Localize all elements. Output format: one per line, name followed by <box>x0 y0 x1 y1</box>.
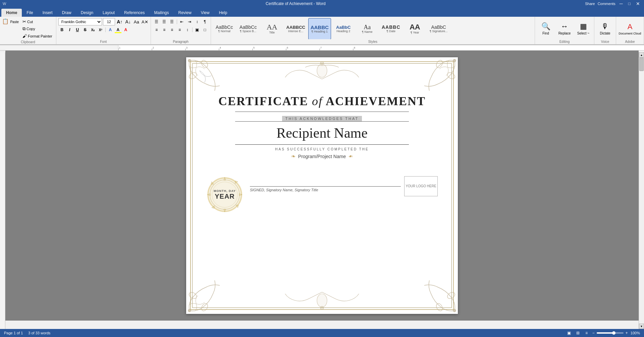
scroll-thumb[interactable] <box>639 58 644 71</box>
adobe-icon: A <box>628 22 633 31</box>
paste-button[interactable]: 📋 Paste <box>2 18 19 40</box>
zoom-slider[interactable] <box>597 332 624 334</box>
numbering-button[interactable]: ☰ <box>161 18 168 25</box>
tab-home[interactable]: Home <box>1 9 22 17</box>
copy-button[interactable]: ⧉ Copy <box>21 25 54 32</box>
shading-button[interactable]: ▣ <box>194 26 201 33</box>
decrease-indent-button[interactable]: ⇤ <box>178 18 185 25</box>
tab-help[interactable]: Help <box>214 9 232 17</box>
show-marks-button[interactable]: ¶ <box>201 18 209 25</box>
font-color-button[interactable]: A <box>122 26 129 33</box>
cut-button[interactable]: ✂ Cut <box>21 18 54 25</box>
minimize-button[interactable]: ─ <box>618 1 624 6</box>
word-count: 3 of 33 words <box>28 331 50 335</box>
style-heading2[interactable]: AaBbC Heading 2 <box>332 18 355 39</box>
vertical-scrollbar[interactable]: ▲ ▼ <box>639 52 644 329</box>
clear-formatting-button[interactable]: A✕ <box>141 18 149 25</box>
font-family-select[interactable]: Franklin Gothic <box>58 18 102 25</box>
shrink-font-button[interactable]: A↓ <box>124 18 132 25</box>
tab-insert[interactable]: Insert <box>38 9 57 17</box>
scroll-track <box>639 58 644 324</box>
style-name[interactable]: Aa ¶ Name <box>356 18 379 39</box>
style-date-preview: AABBC <box>382 25 400 29</box>
multilevel-button[interactable]: ☰ <box>168 18 176 25</box>
sort-button[interactable]: ↕ <box>194 18 201 25</box>
tab-references[interactable]: References <box>119 9 149 17</box>
style-date[interactable]: AABBC ¶ Date <box>380 18 402 39</box>
cert-bottom: MONTH, DAY YEAR SIGNED, Signatory Name, … <box>206 176 438 213</box>
para-row-1: ☰ ☰ ☰ ⇤ ⇥ ↕ ¶ <box>153 18 209 25</box>
tab-file[interactable]: File <box>22 9 38 17</box>
replace-label: Replace <box>558 31 571 35</box>
zoom-out-icon[interactable]: − <box>592 331 595 335</box>
font-size-input[interactable] <box>103 18 115 25</box>
maximize-button[interactable]: □ <box>627 1 632 6</box>
select-button[interactable]: ▦ Select ~ <box>575 19 592 38</box>
comments-button[interactable]: Comments <box>598 2 615 6</box>
style-intense-emphasis[interactable]: AABBCC Intense E... <box>284 18 307 39</box>
format-painter-button[interactable]: 🖌 Format Painter <box>21 32 54 40</box>
superscript-button[interactable]: X² <box>97 26 104 33</box>
bullets-button[interactable]: ☰ <box>153 18 160 25</box>
style-title[interactable]: AA Title <box>261 18 283 39</box>
center-button[interactable]: ≡ <box>161 26 168 33</box>
highlight-button[interactable]: A <box>114 26 122 33</box>
line-spacing-button[interactable]: ↕ <box>184 26 191 33</box>
clipboard-group-label: Clipboard <box>2 40 54 44</box>
document-cloud-button[interactable]: A Document Cloud <box>618 19 642 39</box>
signatory-name: Signatory Name <box>266 188 292 192</box>
underline-button[interactable]: U <box>74 26 81 33</box>
strikethrough-button[interactable]: S <box>82 26 89 33</box>
grow-font-button[interactable]: A↑ <box>116 18 123 25</box>
scroll-up-button[interactable]: ▲ <box>639 52 644 58</box>
copy-icon: ⧉ <box>22 26 25 31</box>
zoom-in-icon[interactable]: + <box>626 331 628 335</box>
tab-view[interactable]: View <box>196 9 214 17</box>
style-heading1[interactable]: AABBC ¶ Heading 1 <box>308 18 331 39</box>
dictate-button[interactable]: 🎙 Dictate <box>596 19 614 39</box>
style-signature-line[interactable]: AaBbC ¶ Signature... <box>427 18 448 39</box>
select-icon: ▦ <box>580 22 587 31</box>
find-button[interactable]: 🔍 Find <box>537 19 554 38</box>
corner-bl-ornament <box>186 274 226 314</box>
app-icon: W <box>3 2 6 6</box>
editing-group: 🔍 Find ↔ Replace ▦ Select ~ Editing <box>535 17 594 44</box>
read-view-button[interactable]: ≡ <box>584 330 590 336</box>
zoom-slider-container[interactable]: − + <box>592 331 628 335</box>
web-layout-view-button[interactable]: ⊞ <box>575 330 581 336</box>
scroll-down-button[interactable]: ▼ <box>639 324 644 329</box>
font-row-2: B I U S X₂ X² A A A <box>58 26 129 33</box>
align-right-button[interactable]: ≡ <box>168 26 176 33</box>
increase-indent-button[interactable]: ⇥ <box>186 18 193 25</box>
svg-text:6: 6 <box>287 47 288 49</box>
borders-button[interactable]: □ <box>201 26 209 33</box>
align-left-button[interactable]: ≡ <box>153 26 160 33</box>
style-year[interactable]: AA ¶ Year <box>404 18 426 39</box>
voice-group-label: Voice <box>596 39 614 44</box>
bold-button[interactable]: B <box>58 26 66 33</box>
title-bar-controls: Share Comments ─ □ ✕ <box>585 1 641 6</box>
close-button[interactable]: ✕ <box>635 1 641 6</box>
text-effects-button[interactable]: A <box>107 26 114 33</box>
style-space-before[interactable]: AaBbCc ¶ Space B... <box>237 18 260 39</box>
replace-icon: ↔ <box>561 22 568 31</box>
tab-layout[interactable]: Layout <box>98 9 119 17</box>
zoom-thumb[interactable] <box>612 331 615 335</box>
cut-label: Cut <box>27 20 33 24</box>
subscript-button[interactable]: X₂ <box>89 26 97 33</box>
font-group-content: Franklin Gothic A↑ A↓ Aa A✕ B I U S X₂ X… <box>58 18 149 39</box>
change-case-button[interactable]: Aa <box>133 18 140 25</box>
tab-design[interactable]: Design <box>76 9 98 17</box>
tab-mailings[interactable]: Mailings <box>149 9 173 17</box>
style-normal[interactable]: AaBbCc ¶ Normal <box>213 18 236 39</box>
tab-draw[interactable]: Draw <box>57 9 76 17</box>
replace-button[interactable]: ↔ Replace <box>556 19 573 38</box>
tab-review[interactable]: Review <box>174 9 196 17</box>
svg-point-31 <box>320 306 324 310</box>
justify-button[interactable]: ≡ <box>176 26 183 33</box>
italic-button[interactable]: I <box>66 26 73 33</box>
svg-point-24 <box>188 291 198 300</box>
share-button[interactable]: Share <box>585 2 595 6</box>
print-layout-view-button[interactable]: ▣ <box>566 330 572 336</box>
ruler-marks: 1 2 3 4 5 6 7 8 <box>118 45 644 51</box>
